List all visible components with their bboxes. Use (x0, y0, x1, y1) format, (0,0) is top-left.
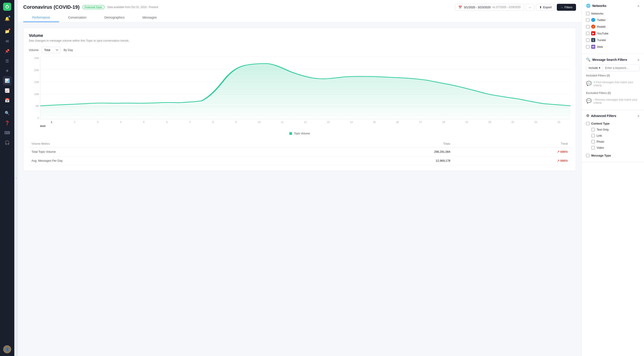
filter-item-photo[interactable]: Photo (586, 139, 640, 145)
included-filters-title: Included Filters (0) (586, 74, 640, 77)
filter-item-networks[interactable]: Networks (586, 10, 640, 16)
analytics-icon[interactable]: 📊 (3, 76, 12, 85)
app-logo[interactable] (3, 3, 11, 11)
search-include-dropdown[interactable]: Include ▾ (586, 65, 603, 71)
x-label-10: 10 (248, 121, 270, 124)
send-icon[interactable]: ✈ (3, 66, 12, 75)
checkbox-networks[interactable] (586, 12, 590, 15)
x-label-16: 16 (386, 121, 409, 124)
y-label-25m: 25M (29, 57, 39, 60)
y-label-10m: 10M (29, 93, 39, 96)
folder-icon[interactable]: 📁 (3, 27, 12, 36)
volume-label: Volume (29, 48, 38, 52)
list-icon[interactable]: ☰ (3, 56, 12, 66)
web-icon: W (591, 45, 595, 49)
filter-item-web[interactable]: W Web (586, 44, 640, 50)
filters-button[interactable]: → Filters (557, 4, 576, 11)
tab-messages[interactable]: Messages (134, 14, 166, 22)
advanced-filters-collapse-button[interactable]: ∧ (637, 114, 640, 118)
keyword-search-input[interactable] (603, 65, 640, 71)
filter-item-link[interactable]: Link (586, 132, 640, 139)
x-label-22: 22 (524, 121, 548, 124)
header-left: Coronavirus (COVID-19) Featured Topic Da… (23, 4, 158, 10)
tab-performance[interactable]: Performance (23, 14, 59, 22)
date-range-value: 3/1/2020 - 3/23/2020 (464, 6, 490, 9)
tabs: Performance Conversation Demographics Me… (23, 14, 576, 22)
reports-icon[interactable]: 📈 (3, 86, 12, 95)
network-label-all: Networks (591, 12, 603, 15)
volume-select[interactable]: Total Unique (41, 47, 61, 53)
filter-item-youtube[interactable]: ▶ YouTube (586, 30, 640, 37)
trend-value-1: ↗ 686% (557, 150, 568, 154)
checkbox-reddit[interactable] (586, 25, 590, 28)
message-search-collapse-button[interactable]: ∧ (637, 58, 640, 62)
featured-badge: Featured Topic (82, 5, 105, 9)
x-label-9: 9 (224, 121, 248, 124)
x-label-19: 19 (455, 121, 478, 124)
trend-value-2: ↗ 686% (557, 159, 568, 162)
filter-item-twitter[interactable]: 🐦 Twitter (586, 16, 640, 23)
help-icon[interactable]: ❓ (3, 118, 12, 128)
networks-section-title: 🌐 Networks (586, 4, 606, 8)
checkbox-photo[interactable] (592, 140, 595, 143)
legend-dot (289, 132, 292, 135)
x-label-21: 21 (501, 121, 524, 124)
checkbox-text-only[interactable] (592, 128, 595, 131)
content-area: Volume See changes in message volume wit… (18, 22, 582, 356)
table-row: Avg. Messages Per Day 12,969,178 ↗ 686% (29, 156, 570, 165)
date-range-button[interactable]: 📅 3/1/2020 - 3/23/2020 vs 2/7/2020 - 2/2… (455, 4, 524, 11)
x-label-5: 5 (132, 121, 156, 124)
search-filter: Include ▾ (586, 64, 640, 71)
legend-label: Topic Volume (294, 132, 310, 135)
checkbox-message-type[interactable] (586, 154, 590, 157)
networks-section: 🌐 Networks ∧ Networks 🐦 Twitter r Reddit (582, 0, 644, 54)
chart-y-labels: 25M 20M 15M 10M 5M 0 (29, 57, 39, 120)
col-trend: Trend (453, 140, 570, 147)
checkbox-video[interactable] (592, 146, 595, 150)
excluded-filters-title: Excluded Filters (0) (586, 92, 640, 94)
checkbox-twitter[interactable] (586, 18, 590, 22)
export-button[interactable]: ⬆ Export (536, 4, 555, 11)
checkbox-youtube[interactable] (586, 32, 590, 35)
filter-item-reddit[interactable]: r Reddit (586, 23, 640, 30)
checkbox-web[interactable] (586, 45, 590, 48)
filter-item-text-only[interactable]: Text Only (586, 126, 640, 132)
network-label-web: Web (597, 45, 603, 48)
x-label-7: 7 (178, 121, 202, 124)
checkbox-link[interactable] (592, 134, 595, 137)
filter-item-video[interactable]: Video (586, 145, 640, 151)
video-label: Video (596, 146, 604, 150)
search-icon[interactable]: 🔍 (3, 109, 12, 118)
networks-collapse-button[interactable]: ∧ (637, 4, 640, 8)
filter-item-tumblr[interactable]: t Tumblr (586, 37, 640, 44)
compare-range: vs 2/7/2020 - 2/29/2020 (492, 6, 520, 9)
calendar-icon[interactable]: 📅 (3, 96, 12, 105)
panel-toggle[interactable]: › (14, 0, 18, 356)
metric-label-1: Total Topic Volume (29, 147, 296, 156)
tab-demographics[interactable]: Demographics (96, 14, 134, 22)
network-label-tumblr: Tumblr (597, 38, 606, 42)
advanced-filters-header: ⚙ Advanced Filters ∧ (586, 114, 640, 118)
filter-icon: ⚙ (586, 114, 589, 118)
x-label-15: 15 (363, 121, 386, 124)
network-label-reddit: Reddit (597, 25, 606, 28)
x-sublabel-mar: MAR (40, 125, 46, 128)
checkbox-content-type[interactable] (586, 122, 590, 125)
x-label-6: 6 (156, 121, 178, 124)
checkbox-tumblr[interactable] (586, 38, 590, 42)
x-label-8: 8 (202, 121, 224, 124)
text-only-label: Text Only (596, 128, 609, 131)
notifications-icon[interactable]: 🔔 (3, 14, 12, 23)
user-avatar[interactable]: 👤 (3, 345, 11, 353)
support-icon[interactable]: 🎧 (3, 138, 12, 147)
x-label-11: 11 (270, 121, 294, 124)
photo-label: Photo (596, 140, 604, 143)
reddit-icon: r (591, 24, 595, 28)
pin-icon[interactable]: 📌 (3, 47, 12, 56)
keyboard-icon[interactable]: ⌨ (3, 128, 12, 137)
metric-total-2: 12,969,178 (296, 156, 453, 165)
inbox-icon[interactable]: ✉ (3, 37, 12, 46)
more-button[interactable]: ··· (526, 4, 534, 11)
x-label-1: 1 (40, 121, 63, 124)
tab-conversation[interactable]: Conversation (59, 14, 96, 22)
